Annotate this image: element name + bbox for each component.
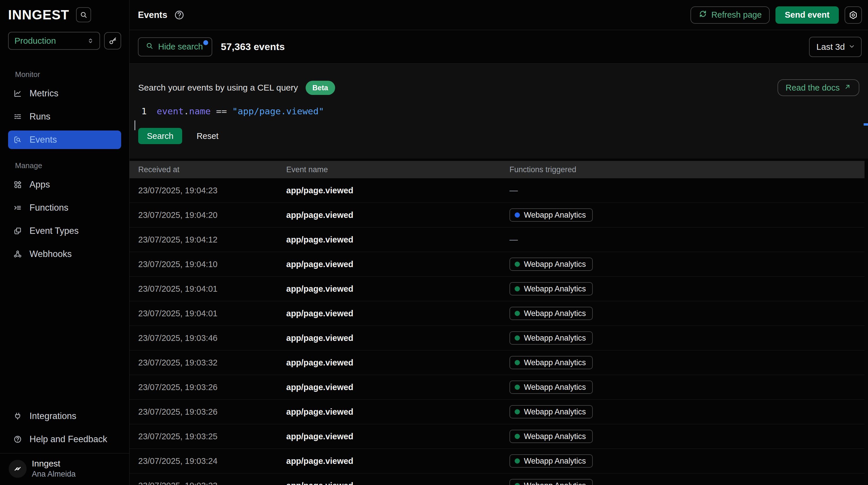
avatar	[9, 460, 27, 478]
gear-icon	[849, 10, 858, 20]
page-help-icon[interactable]	[174, 9, 185, 21]
badge-label: Webapp Analytics	[524, 457, 586, 466]
function-badge[interactable]: Webapp Analytics	[509, 430, 593, 443]
time-range-selector[interactable]: Last 3d	[809, 37, 862, 57]
cell-received-at: 23/07/2025, 19:04:10	[138, 260, 286, 269]
function-badge[interactable]: Webapp Analytics	[509, 454, 593, 468]
table-row[interactable]: 23/07/2025, 19:03:32 app/page.viewed Web…	[129, 350, 868, 375]
badge-label: Webapp Analytics	[524, 309, 586, 318]
search-notification-dot	[203, 40, 208, 45]
sidebar-item-functions[interactable]: Functions	[8, 199, 121, 217]
function-badge[interactable]: Webapp Analytics	[509, 331, 593, 345]
badge-dot	[515, 311, 520, 316]
sidebar-item-webhooks[interactable]: Webhooks	[8, 245, 121, 263]
sidebar-item-integrations[interactable]: Integrations	[8, 407, 121, 425]
cell-functions: Webapp Analytics	[509, 282, 865, 295]
editor-scroll-indicator	[864, 123, 868, 125]
cell-event-name: app/page.viewed	[286, 481, 509, 485]
sidebar-item-label: Runs	[30, 111, 50, 122]
badge-dot	[515, 434, 520, 439]
table-row[interactable]: 23/07/2025, 19:03:25 app/page.viewed Web…	[129, 424, 868, 449]
column-header-functions-triggered: Functions triggered	[509, 165, 865, 174]
environment-selector[interactable]: Production	[8, 32, 100, 50]
cell-received-at: 23/07/2025, 19:03:25	[138, 432, 286, 441]
sidebar-item-runs[interactable]: Runs	[8, 107, 121, 126]
no-function-dash: —	[509, 235, 518, 244]
function-badge[interactable]: Webapp Analytics	[509, 307, 593, 320]
profile-org: Inngest	[32, 459, 76, 468]
cell-received-at: 23/07/2025, 19:03:32	[138, 358, 286, 368]
cell-functions: —	[509, 186, 865, 195]
refresh-page-button[interactable]: Refresh page	[690, 6, 770, 24]
profile-menu[interactable]: Inngest Ana Almeida	[8, 453, 121, 485]
function-badge[interactable]: Webapp Analytics	[509, 258, 593, 271]
events-toolbar: Hide search 57,363 events Last 3d	[129, 30, 868, 64]
sidebar-item-metrics[interactable]: Metrics	[8, 84, 121, 103]
table-scrollbar-gutter[interactable]	[865, 161, 868, 485]
sidebar-item-help-and-feedback[interactable]: Help and Feedback	[8, 430, 121, 449]
sidebar-item-label: Metrics	[30, 88, 58, 99]
badge-dot	[515, 409, 520, 415]
table-row[interactable]: 23/07/2025, 19:03:26 app/page.viewed Web…	[129, 400, 868, 424]
table-row[interactable]: 23/07/2025, 19:04:01 app/page.viewed Web…	[129, 277, 868, 301]
function-badge[interactable]: Webapp Analytics	[509, 208, 593, 222]
cel-search-panel: Search your events by using a CEL query …	[129, 64, 868, 159]
hide-search-button[interactable]: Hide search	[138, 37, 212, 56]
function-badge[interactable]: Webapp Analytics	[509, 380, 593, 394]
badge-dot	[515, 262, 520, 267]
table-row[interactable]: 23/07/2025, 19:03:26 app/page.viewed Web…	[129, 375, 868, 400]
badge-dot	[515, 335, 520, 341]
cell-functions: Webapp Analytics	[509, 479, 865, 485]
function-badge[interactable]: Webapp Analytics	[509, 282, 593, 295]
cell-event-name: app/page.viewed	[286, 407, 509, 417]
header-actions: Refresh page Send event	[690, 6, 862, 24]
read-docs-button[interactable]: Read the docs	[777, 79, 859, 96]
reset-button[interactable]: Reset	[197, 132, 219, 141]
badge-dot	[515, 212, 520, 218]
manage-nav: Apps Functions Event Types Webhooks	[8, 175, 121, 268]
table-row[interactable]: 23/07/2025, 19:04:01 app/page.viewed Web…	[129, 301, 868, 326]
app-window: INNGEST Production Monitor	[0, 0, 868, 485]
apps-icon	[13, 180, 22, 189]
cell-functions: Webapp Analytics	[509, 454, 865, 468]
code-line[interactable]: event.name == "app/page.viewed"	[157, 106, 324, 116]
event-count: 57,363 events	[221, 41, 285, 52]
hide-search-label: Hide search	[158, 42, 203, 52]
column-header-received-at: Received at	[138, 165, 286, 174]
sidebar-item-event-types[interactable]: Event Types	[8, 222, 121, 240]
event-keys-button[interactable]	[104, 32, 121, 50]
cell-event-name: app/page.viewed	[286, 333, 509, 343]
badge-label: Webapp Analytics	[524, 334, 586, 343]
table-row[interactable]: 23/07/2025, 19:04:20 app/page.viewed Web…	[129, 203, 868, 227]
cell-received-at: 23/07/2025, 19:03:24	[138, 456, 286, 466]
search-button[interactable]: Search	[138, 128, 182, 144]
table-row[interactable]: 23/07/2025, 19:03:23 app/page.viewed Web…	[129, 474, 868, 485]
table-row[interactable]: 23/07/2025, 19:03:46 app/page.viewed Web…	[129, 326, 868, 350]
table-row[interactable]: 23/07/2025, 19:03:24 app/page.viewed Web…	[129, 449, 868, 474]
function-badge[interactable]: Webapp Analytics	[509, 356, 593, 369]
send-event-button[interactable]: Send event	[775, 6, 839, 24]
main-content: Events Refresh page Send event	[129, 0, 868, 485]
cell-event-name: app/page.viewed	[286, 210, 509, 220]
sidebar-item-apps[interactable]: Apps	[8, 175, 121, 194]
settings-button[interactable]	[844, 6, 862, 24]
cel-panel-actions: Search Reset	[138, 128, 859, 144]
plug-icon	[13, 412, 22, 421]
function-badge[interactable]: Webapp Analytics	[509, 479, 593, 485]
table-row[interactable]: 23/07/2025, 19:04:10 app/page.viewed Web…	[129, 252, 868, 277]
page-title: Events	[138, 10, 167, 20]
cel-query-editor[interactable]: 1 event.name == "app/page.viewed"	[138, 106, 859, 116]
sidebar-section-monitor: Monitor	[8, 70, 121, 79]
chevron-down-icon	[848, 42, 855, 52]
function-badge[interactable]: Webapp Analytics	[509, 405, 593, 419]
sidebar-item-label: Event Types	[30, 226, 79, 236]
table-row[interactable]: 23/07/2025, 19:04:23 app/page.viewed —	[129, 178, 868, 203]
editor-line-number: 1	[138, 106, 150, 116]
badge-label: Webapp Analytics	[524, 383, 586, 392]
key-icon	[108, 36, 117, 45]
table-row[interactable]: 23/07/2025, 19:04:12 app/page.viewed —	[129, 227, 868, 252]
logo-row: INNGEST	[8, 7, 121, 23]
sidebar-item-events[interactable]: Events	[8, 131, 121, 149]
sidebar-search-button[interactable]	[76, 7, 91, 22]
table-body: 23/07/2025, 19:04:23 app/page.viewed — 2…	[129, 178, 868, 485]
